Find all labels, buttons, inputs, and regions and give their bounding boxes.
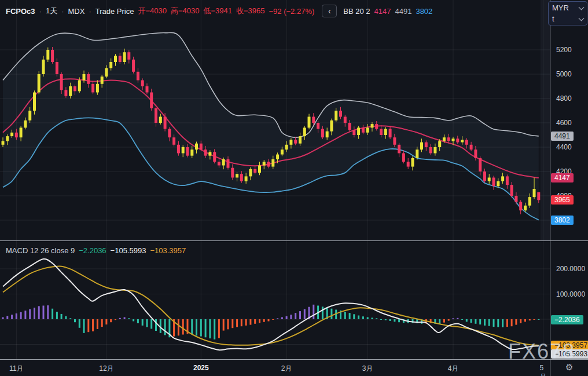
bb-indicator-title[interactable]: BB 20 2 — [343, 7, 370, 16]
chevron-down-icon — [579, 4, 585, 10]
price-axis-tick: 5000 — [556, 70, 572, 78]
price-badge[interactable]: 4147 — [551, 173, 574, 182]
time-axis-label: 2月 — [281, 364, 292, 374]
macd-chart-canvas[interactable] — [0, 241, 550, 360]
open-value: 开=4030 — [138, 6, 167, 16]
price-axis-tick: 4800 — [556, 94, 572, 103]
time-axis[interactable]: 11月12月20252月3月4月5月 — [0, 360, 550, 376]
chevron-down-icon — [579, 15, 585, 21]
separator: · — [61, 7, 64, 16]
symbol-name[interactable]: FCPOc3 — [6, 7, 35, 16]
close-value: 收=3965 — [236, 6, 265, 16]
macd-badge[interactable]: −105.5993 — [551, 349, 588, 359]
currency-value: MYR — [552, 3, 569, 12]
time-axis-label: 2025 — [193, 364, 209, 372]
currency-unit-selector: MYR t — [548, 1, 587, 25]
macd-legend: MACD 12 26 close 9 −2.2036 −105.5993 −10… — [6, 246, 186, 255]
unit-select[interactable]: t — [552, 13, 583, 24]
price-badge[interactable]: 3965 — [551, 195, 574, 205]
series-type-label: Trade Price — [95, 7, 134, 16]
price-chart-canvas[interactable] — [0, 0, 550, 240]
price-badge[interactable]: 4491 — [551, 132, 574, 141]
price-pane[interactable]: FCPOc3 · 1天 · MDX · Trade Price 开=4030 高… — [0, 0, 550, 240]
macd-hist-value: −2.2036 — [79, 246, 106, 255]
time-axis-label: 11月 — [9, 364, 23, 374]
separator: · — [39, 7, 42, 16]
high-value: 高=4030 — [171, 6, 200, 16]
settings-gear-icon[interactable]: ⚙ — [565, 362, 573, 373]
change-value: −92 (−2.27%) — [269, 7, 315, 16]
price-axis-tick: 4600 — [556, 119, 572, 127]
separator: · — [89, 7, 91, 16]
time-axis-label: 12月 — [99, 364, 113, 374]
macd-pane[interactable]: MACD 12 26 close 9 −2.2036 −105.5993 −10… — [0, 241, 550, 360]
bb-lower-value: 3802 — [416, 7, 432, 16]
unit-value: t — [552, 14, 554, 23]
time-axis-label: 4月 — [448, 364, 459, 374]
macd-badge[interactable]: −103.3957 — [551, 341, 588, 350]
macd-axis-tick: 100.0000 — [556, 290, 585, 298]
macd-line-value: −105.5993 — [111, 246, 146, 255]
macd-indicator-title[interactable]: MACD 12 26 close 9 — [6, 246, 75, 255]
pane-divider[interactable] — [0, 240, 588, 241]
price-axis[interactable]: MYR t ⚙ 52005000480046004400420040004491… — [550, 0, 588, 376]
low-value: 低=3941 — [203, 6, 232, 16]
legend-collapse-button[interactable]: ‹ — [322, 5, 337, 17]
bb-basis-value: 4147 — [374, 7, 391, 16]
time-axis-label: 3月 — [362, 364, 373, 374]
price-legend: FCPOc3 · 1天 · MDX · Trade Price 开=4030 高… — [6, 5, 432, 17]
bb-upper-value: 4491 — [395, 7, 411, 16]
currency-select[interactable]: MYR — [552, 2, 583, 13]
macd-axis-tick: 200.0000 — [556, 265, 585, 273]
exchange-label: MDX — [68, 7, 85, 16]
macd-signal-value: −103.3957 — [150, 246, 186, 255]
axis-settings-corner: ⚙ — [550, 360, 588, 376]
trading-chart-window: FCPOc3 · 1天 · MDX · Trade Price 开=4030 高… — [0, 0, 588, 376]
macd-badge[interactable]: −2.2036 — [551, 315, 583, 324]
price-axis-tick: 5200 — [556, 46, 572, 54]
time-axis-border — [0, 359, 588, 360]
interval-label[interactable]: 1天 — [46, 6, 57, 16]
time-axis-label: 5月 — [540, 364, 547, 376]
price-axis-tick: 4400 — [556, 143, 572, 151]
price-badge[interactable]: 3802 — [551, 216, 574, 225]
